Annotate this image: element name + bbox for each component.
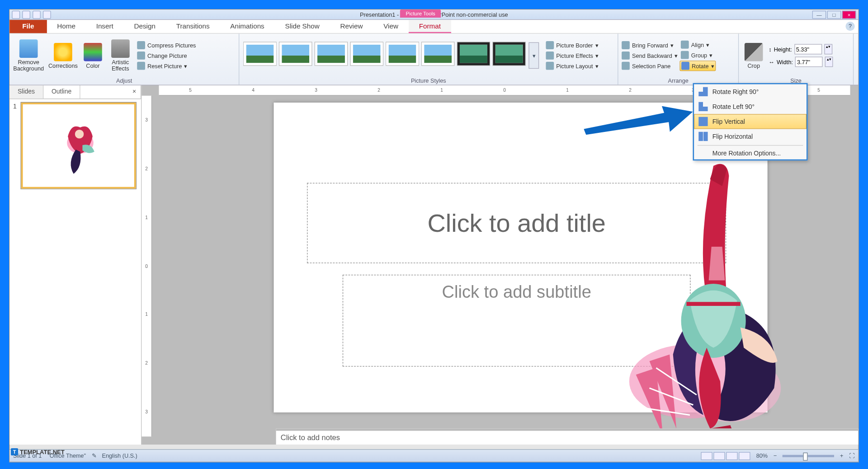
rotate-icon [681, 62, 689, 70]
svg-point-2 [75, 130, 84, 139]
corrections-icon [54, 42, 72, 61]
zoom-slider[interactable] [783, 455, 834, 457]
style-thumb[interactable] [458, 42, 490, 66]
zoom-level[interactable]: 80% [756, 453, 768, 459]
border-icon [546, 41, 554, 49]
flip-vertical-icon [698, 117, 708, 126]
crop-icon [745, 42, 763, 61]
reset-picture-button[interactable]: Reset Picture ▾ [136, 61, 197, 70]
flip-horizontal-icon [698, 132, 708, 141]
artistic-effects-button[interactable]: Artistic Effects [106, 35, 135, 75]
fairy-thumbnail-image [57, 119, 104, 176]
tab-insert[interactable]: Insert [86, 20, 124, 33]
status-spellcheck-icon[interactable]: ✎ [92, 453, 96, 459]
style-thumb[interactable] [315, 42, 347, 66]
height-label: Height: [774, 46, 792, 52]
rotate-button[interactable]: Rotate ▾ [679, 61, 715, 71]
more-rotation-item[interactable]: More Rotation Options... [694, 147, 807, 159]
compress-pictures-button[interactable]: Compress Pictures [136, 41, 197, 50]
style-thumb[interactable] [493, 42, 525, 66]
fit-slide-button[interactable]: ⛶ [849, 453, 855, 459]
group-label-adjust: Adjust [12, 76, 236, 85]
rotate-right-item[interactable]: Rotate Right 90° [694, 84, 807, 99]
tab-animations[interactable]: Animations [220, 20, 274, 33]
help-button[interactable]: ? [845, 22, 854, 31]
tab-slideshow[interactable]: Slide Show [275, 20, 330, 33]
width-icon: ↔ [769, 59, 774, 65]
close-panel-button[interactable]: × [124, 85, 141, 98]
status-language[interactable]: English (U.S.) [102, 453, 137, 459]
color-button[interactable]: Color [81, 35, 105, 75]
picture-effects-button[interactable]: Picture Effects ▾ [545, 51, 599, 60]
annotation-arrow [584, 106, 693, 135]
group-label-picture-styles: Picture Styles [241, 76, 615, 85]
align-button[interactable]: Align ▾ [679, 40, 715, 49]
align-icon [681, 41, 689, 49]
height-input[interactable] [794, 44, 822, 54]
selection-pane-button[interactable]: Selection Pane [621, 61, 679, 70]
slide-thumbnail-item[interactable]: 1 [13, 103, 138, 188]
slides-tab[interactable]: Slides [9, 85, 43, 98]
tab-home[interactable]: Home [47, 20, 85, 33]
inserted-picture[interactable] [463, 145, 868, 455]
tab-file[interactable]: File [9, 20, 47, 33]
picture-styles-gallery: ▾ [241, 40, 541, 71]
group-button[interactable]: Group ▾ [679, 50, 715, 59]
menu-separator [698, 145, 803, 145]
watermark-logo-icon: T [11, 448, 18, 455]
rotate-left-item[interactable]: Rotate Left 90° [694, 99, 807, 114]
layout-icon [546, 62, 554, 70]
width-input[interactable] [795, 56, 823, 67]
bring-forward-icon [622, 41, 630, 49]
ribbon-tabs: Picture Tools File Home Insert Design Tr… [9, 20, 858, 33]
flip-horizontal-item[interactable]: Flip Horizontal [694, 129, 807, 144]
view-buttons[interactable] [701, 452, 750, 460]
tab-review[interactable]: Review [330, 20, 373, 33]
picture-border-button[interactable]: Picture Border ▾ [545, 41, 599, 50]
style-thumb[interactable] [386, 42, 418, 66]
minimize-button[interactable]: — [812, 10, 826, 19]
rotate-menu: Rotate Right 90° Rotate Left 90° Flip Ve… [693, 83, 808, 160]
style-thumb[interactable] [244, 42, 276, 66]
tab-design[interactable]: Design [124, 20, 166, 33]
selection-pane-icon [622, 62, 630, 70]
bring-forward-button[interactable]: Bring Forward ▾ [621, 41, 679, 50]
style-thumb[interactable] [279, 42, 311, 66]
vertical-ruler: 3210123 [142, 96, 152, 436]
picture-layout-button[interactable]: Picture Layout ▾ [545, 61, 599, 70]
reset-picture-icon [137, 62, 145, 70]
remove-background-icon [19, 39, 38, 58]
close-window-button[interactable]: × [842, 10, 856, 19]
change-picture-button[interactable]: Change Picture [136, 51, 197, 60]
status-bar: Slide 1 of 1 "Office Theme" ✎ English (U… [9, 449, 858, 462]
slide-number: 1 [13, 103, 19, 188]
slide-panel: Slides Outline × 1 [9, 85, 142, 445]
height-spinner[interactable]: ▴▾ [824, 44, 832, 54]
notes-pane[interactable]: Click to add notes [276, 428, 859, 445]
watermark: T TEMPLATE.NET [11, 448, 65, 455]
corrections-button[interactable]: Corrections [47, 35, 80, 75]
artistic-effects-icon [111, 39, 130, 58]
svg-marker-0 [584, 106, 693, 135]
send-backward-icon [622, 52, 630, 60]
outline-tab[interactable]: Outline [43, 85, 80, 98]
crop-button[interactable]: Crop [741, 35, 766, 75]
width-label: Width: [777, 59, 793, 65]
tab-view[interactable]: View [373, 20, 408, 33]
send-backward-button[interactable]: Send Backward ▾ [621, 51, 679, 60]
change-picture-icon [137, 52, 145, 60]
style-thumb[interactable] [422, 42, 454, 66]
quick-access-toolbar[interactable] [12, 10, 51, 19]
style-thumb[interactable] [351, 42, 383, 66]
gallery-more-button[interactable]: ▾ [528, 42, 539, 69]
rotate-left-icon [698, 102, 708, 111]
width-spinner[interactable]: ▴▾ [825, 56, 833, 67]
tab-transitions[interactable]: Transitions [166, 20, 220, 33]
maximize-button[interactable]: □ [827, 10, 841, 19]
effects-icon [546, 52, 554, 60]
tab-format[interactable]: Format [409, 20, 451, 33]
color-icon [84, 42, 102, 61]
remove-background-button[interactable]: Remove Background [12, 35, 45, 75]
group-icon [681, 51, 689, 59]
flip-vertical-item[interactable]: Flip Vertical [694, 114, 807, 129]
